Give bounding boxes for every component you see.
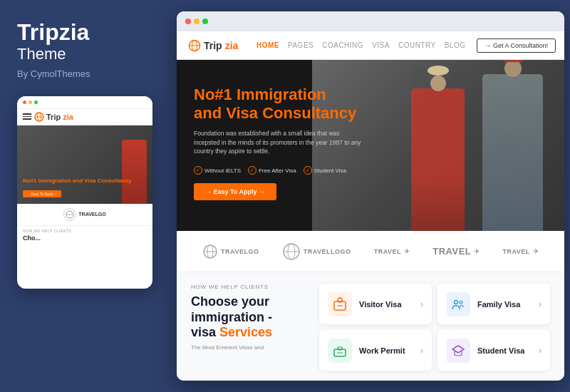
family-visa-icon-box <box>446 292 470 316</box>
mobile-partner-section: TRAVELGO <box>17 204 152 226</box>
mobile-partner-text: TRAVELGO <box>78 212 105 217</box>
hero-woman-figure <box>411 88 465 231</box>
desktop-hero: No#1 Immigration and Visa Consultancy Fo… <box>177 60 564 231</box>
student-visa-content: Student Visa <box>477 346 532 355</box>
partner-travellogo: Travellogo <box>282 242 351 261</box>
hamburger-icon[interactable] <box>23 113 31 120</box>
nav-item-home[interactable]: HOME <box>256 41 279 49</box>
partner-text-5: travel <box>502 248 529 255</box>
nav-item-country[interactable]: COUNTRY <box>398 41 436 49</box>
mobile-dots <box>23 100 38 104</box>
mobile-logo: Tripzia <box>34 112 73 122</box>
mobile-hero-content: No#1 Immigration and Visa Consultancy → … <box>23 177 132 197</box>
mobile-section-title: Cho... <box>17 234 152 244</box>
partner-travel-4: Travel ✈ <box>432 246 480 257</box>
hero-man-figure <box>482 74 543 231</box>
desktop-dot-yellow <box>194 19 200 24</box>
mobile-mockup: Tripzia No#1 Immigration and Visa Consul… <box>17 96 152 289</box>
badge-check-3: ✓ <box>304 166 312 175</box>
visitor-visa-icon <box>333 297 347 311</box>
hero-badge-ielts: ✓ Without IELTS <box>194 166 241 175</box>
nav-cta-button[interactable]: → Get A Consultation! <box>477 38 556 53</box>
hero-title-line2: and Visa Consultancy <box>194 104 356 122</box>
hero-content: No#1 Immigration and Visa Consultancy Fo… <box>194 86 365 200</box>
desktop-top-bar <box>177 11 564 31</box>
hero-apply-label: → Easy To Apply → <box>205 188 265 195</box>
mobile-logo-zia: zia <box>63 113 73 121</box>
hero-apply-button[interactable]: → Easy To Apply → <box>194 183 276 200</box>
desktop-dot-red <box>185 19 191 24</box>
desktop-dots <box>185 19 208 24</box>
visitor-visa-card[interactable]: Visitor Visa › <box>319 284 432 324</box>
partner-text-3: travel <box>374 248 401 255</box>
left-panel: Tripzia Theme By CymolThemes <box>0 0 177 392</box>
badge-check-1: ✓ <box>194 166 202 175</box>
work-permit-content: Work Permit <box>359 346 413 355</box>
hero-title: No#1 Immigration and Visa Consultancy <box>194 86 365 123</box>
partner-travel-5: travel ✈ <box>502 247 538 255</box>
hero-badge-visa: ✓ Free After Visa <box>248 166 296 175</box>
desktop-logo: Tripzia <box>188 39 245 52</box>
nav-item-blog[interactable]: BLOG <box>445 41 466 49</box>
badge-label-1: Without IELTS <box>204 167 241 174</box>
nav-cta-label: → Get A Consultation! <box>484 42 548 49</box>
student-visa-title: Student Visa <box>477 346 532 355</box>
work-permit-icon-box <box>328 339 352 363</box>
brand-subtitle: Theme <box>17 45 160 63</box>
nav-item-visa[interactable]: VISA <box>372 41 390 49</box>
hero-man-cap <box>503 60 523 62</box>
partner-text-1: TRAVELGO <box>221 248 259 255</box>
mobile-dot-green <box>34 100 38 104</box>
visa-cards-grid: Visitor Visa › Family Visa › <box>319 284 550 371</box>
brand-by: By CymolThemes <box>17 68 160 79</box>
nav-item-coaching[interactable]: COACHING <box>322 41 363 49</box>
desktop-logo-icon <box>188 39 201 52</box>
hero-description: Foundation was established with a small … <box>194 129 365 156</box>
how-title-line2: immigration - <box>191 310 272 324</box>
plane-icon-5: ✈ <box>533 247 539 255</box>
hero-woman-hat <box>428 66 449 76</box>
mobile-hero-title: No#1 Immigration and Visa Consultancy <box>23 177 132 185</box>
mobile-nav: Tripzia <box>17 109 152 125</box>
svg-point-20 <box>460 301 462 304</box>
family-visa-icon <box>451 297 465 311</box>
badge-label-3: Student Visa <box>314 167 346 174</box>
partners-strip: TRAVELGO Travellogo travel ✈ Travel ✈ tr… <box>177 231 564 272</box>
desktop-dot-green <box>202 19 208 24</box>
mobile-dot-red <box>23 100 26 104</box>
bottom-left-text: HOW WE HELP CLIENTS Choose your immigrat… <box>191 284 305 371</box>
hero-badges: ✓ Without IELTS ✓ Free After Visa ✓ Stud… <box>194 166 365 175</box>
how-title-services: Services <box>219 325 272 339</box>
partner-text-4: Travel <box>432 246 471 257</box>
student-visa-icon-box <box>446 339 470 363</box>
how-description: The Most Eminent Visas and <box>191 344 305 351</box>
plane-icon-4: ✈ <box>474 247 480 255</box>
how-title-line3: visa <box>191 325 216 339</box>
hero-badge-student: ✓ Student Visa <box>304 166 346 175</box>
hero-man-head <box>504 60 522 77</box>
how-title-line1: Choose your <box>191 294 269 309</box>
badge-label-2: Free After Visa <box>259 167 296 174</box>
travelgo-logo-icon-1 <box>202 244 218 259</box>
mobile-partner-circle <box>63 208 76 221</box>
hero-woman-head <box>430 76 446 91</box>
nav-item-pages[interactable]: PAGES <box>288 41 314 49</box>
mobile-logo-trip: Trip <box>46 113 61 121</box>
mobile-logo-icon <box>34 112 44 122</box>
desktop-mockup: Tripzia HOME PAGES COACHING VISA COUNTRY… <box>177 11 564 381</box>
work-permit-card[interactable]: Work Permit › <box>319 330 432 371</box>
student-visa-card[interactable]: Student Visa › <box>437 330 550 371</box>
work-permit-icon <box>333 344 347 358</box>
family-visa-title: Family Visa <box>477 300 532 309</box>
work-permit-arrow: › <box>420 346 423 356</box>
family-visa-card[interactable]: Family Visa › <box>437 284 550 324</box>
how-title: Choose your immigration - visa Services <box>191 294 305 341</box>
svg-point-19 <box>455 300 458 304</box>
plane-icon-3: ✈ <box>404 247 410 255</box>
nav-menu: HOME PAGES COACHING VISA COUNTRY BLOG <box>256 41 465 49</box>
mobile-hero-btn[interactable]: → Easy To Apply → <box>23 190 61 197</box>
mobile-partner-logo: TRAVELGO <box>63 208 105 221</box>
mobile-section-label: HOW WE HELP CLIENTS <box>17 226 152 234</box>
visitor-visa-title: Visitor Visa <box>359 300 413 309</box>
mobile-dot-yellow <box>28 100 32 104</box>
